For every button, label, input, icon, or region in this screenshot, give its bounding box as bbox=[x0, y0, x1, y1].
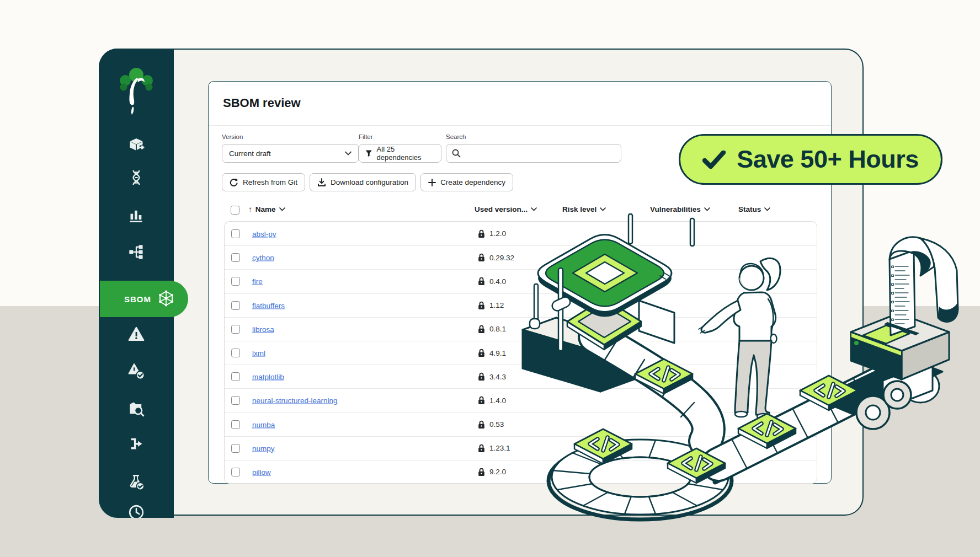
chevron-down-icon bbox=[279, 207, 285, 211]
dependency-link[interactable]: neural-structured-learning bbox=[252, 397, 338, 405]
refresh-label: Refresh from Git bbox=[243, 178, 297, 186]
sidebar-item-history[interactable] bbox=[99, 505, 174, 518]
row-checkbox[interactable] bbox=[231, 253, 240, 262]
column-header-name[interactable]: ↑ Name bbox=[248, 205, 285, 213]
row-checkbox[interactable] bbox=[231, 420, 240, 429]
sidebar-item-sbom-active[interactable]: SBOM bbox=[100, 281, 188, 317]
checkmark-icon bbox=[702, 151, 726, 169]
create-dependency-button[interactable]: Create dependency bbox=[420, 173, 513, 191]
version-filter-group: Version Current draft bbox=[222, 133, 359, 163]
sidebar-item-tests[interactable] bbox=[99, 474, 174, 491]
row-checkbox[interactable] bbox=[231, 468, 240, 476]
version-label: Version bbox=[222, 133, 359, 140]
row-checkbox[interactable] bbox=[231, 372, 240, 381]
row-checkbox[interactable] bbox=[231, 277, 240, 286]
badge-text: Save 50+ Hours bbox=[737, 145, 918, 174]
row-checkbox[interactable] bbox=[231, 325, 240, 334]
dependency-link[interactable]: pillow bbox=[252, 468, 271, 476]
dependency-link[interactable]: librosa bbox=[252, 325, 274, 333]
dependency-link[interactable]: matplotlib bbox=[252, 373, 284, 381]
row-checkbox[interactable] bbox=[231, 301, 240, 310]
search-box bbox=[446, 144, 621, 163]
filter-label: Filter bbox=[359, 133, 441, 140]
search-icon bbox=[452, 149, 461, 158]
create-label: Create dependency bbox=[440, 178, 505, 186]
dependency-link[interactable]: fire bbox=[252, 277, 263, 286]
search-input[interactable] bbox=[465, 144, 615, 162]
row-checkbox[interactable] bbox=[231, 229, 240, 238]
dependency-link[interactable]: flatbuffers bbox=[252, 301, 285, 309]
actions-row: Refresh from Git Download configuration … bbox=[222, 173, 513, 191]
refresh-from-git-button[interactable]: Refresh from Git bbox=[222, 173, 305, 191]
sort-asc-icon: ↑ bbox=[248, 205, 252, 213]
dependency-filter-button[interactable]: All 25 dependencies bbox=[359, 144, 441, 163]
dependency-link[interactable]: cython bbox=[252, 254, 274, 262]
dependency-link[interactable]: numpy bbox=[252, 444, 275, 452]
download-label: Download configuration bbox=[331, 178, 408, 186]
sidebar-item-analytics[interactable] bbox=[99, 207, 174, 223]
version-value: Current draft bbox=[229, 149, 271, 158]
dependency-link[interactable]: absl-py bbox=[252, 229, 276, 238]
sidebar-item-pipeline[interactable] bbox=[99, 437, 174, 453]
sidebar-item-dna[interactable] bbox=[99, 169, 174, 186]
plus-icon bbox=[428, 179, 436, 186]
person bbox=[699, 258, 780, 419]
sidebar-item-packages[interactable] bbox=[99, 136, 174, 153]
dependency-link[interactable]: lxml bbox=[252, 349, 265, 357]
tidelift-logo bbox=[99, 66, 174, 117]
row-checkbox[interactable] bbox=[231, 396, 240, 405]
search-group: Search bbox=[446, 133, 621, 163]
download-configuration-button[interactable]: Download configuration bbox=[310, 173, 416, 191]
version-select[interactable]: Current draft bbox=[222, 144, 359, 163]
warehouse-illustration bbox=[458, 204, 980, 529]
row-checkbox[interactable] bbox=[231, 349, 240, 357]
search-label: Search bbox=[446, 133, 621, 140]
divider bbox=[209, 125, 831, 126]
row-checkbox[interactable] bbox=[231, 444, 240, 453]
sidebar-item-alerts[interactable] bbox=[99, 326, 174, 342]
hexagon-network-icon bbox=[158, 290, 174, 308]
filter-value: All 25 dependencies bbox=[377, 145, 435, 162]
dependency-link[interactable]: numba bbox=[252, 420, 275, 429]
dependency-filter-group: Filter All 25 dependencies bbox=[359, 133, 441, 163]
page-title: SBOM review bbox=[223, 96, 301, 110]
sbom-label: SBOM bbox=[124, 294, 151, 304]
select-all-checkbox[interactable] bbox=[231, 206, 239, 215]
download-icon bbox=[317, 178, 326, 187]
save-hours-badge: Save 50+ Hours bbox=[679, 134, 942, 185]
feed-belt bbox=[595, 336, 709, 441]
sidebar-item-resolved-alerts[interactable] bbox=[99, 363, 174, 379]
sidebar-item-audit-search[interactable] bbox=[99, 400, 174, 417]
chevron-down-icon bbox=[345, 151, 351, 156]
receipt bbox=[890, 237, 958, 335]
sidebar-item-dependency-tree[interactable] bbox=[99, 244, 174, 260]
funnel-icon bbox=[365, 149, 372, 157]
refresh-icon bbox=[230, 178, 238, 187]
